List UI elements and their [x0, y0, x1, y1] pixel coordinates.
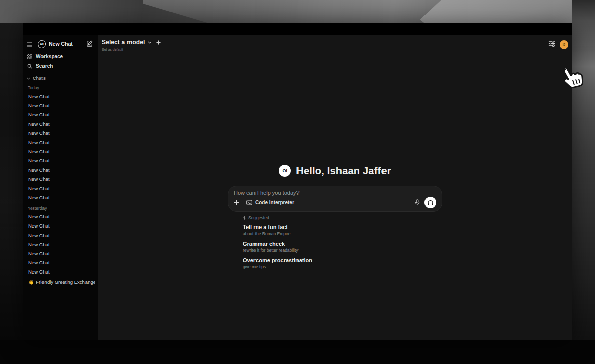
voice-call-button[interactable] [424, 197, 436, 208]
message-input[interactable]: How can I help you today? Code Interpret… [228, 186, 442, 212]
suggested-label: Suggested [248, 215, 269, 220]
window-titlebar [23, 23, 572, 35]
backdrop-bottom-strip [0, 340, 595, 364]
suggested-prompt-title: Tell me a fun fact [243, 224, 442, 230]
wave-emoji-icon: 👋 [28, 280, 34, 285]
search-label: Search [36, 63, 53, 69]
sidebar-chat-item[interactable]: New Chat [27, 249, 95, 258]
greeting-row: OI Hello, Ishaan Jaffer [228, 165, 442, 177]
sidebar-chat-item-named[interactable]: 👋Friendly Greeting Exchange [27, 278, 95, 287]
greeting-text: Hello, Ishaan Jaffer [296, 165, 391, 177]
sidebar-chat-item[interactable]: New Chat [27, 193, 95, 202]
suggested-prompt[interactable]: Grammar checkrewrite it for better reada… [243, 241, 442, 253]
sidebar-toggle-icon[interactable] [27, 39, 32, 49]
sidebar-chat-item[interactable]: New Chat [27, 221, 95, 231]
code-interpreter-toggle[interactable]: Code Interpreter [246, 200, 294, 205]
bolt-icon [243, 216, 246, 220]
sidebar-chat-item[interactable]: New Chat [27, 212, 95, 221]
suggested-prompt-title: Overcome procrastination [243, 257, 442, 263]
sidebar-chat-item[interactable]: New Chat [27, 129, 95, 138]
sidebar-chat-item[interactable]: New Chat [27, 267, 95, 277]
sidebar-chat-item[interactable]: New Chat [27, 101, 95, 110]
workspace-grid-icon [27, 54, 32, 59]
search-icon [27, 64, 32, 69]
message-input-placeholder: How can I help you today? [234, 190, 436, 196]
model-selector-label: Select a model [102, 39, 145, 46]
suggested-section: Suggested Tell me a fun factabout the Ro… [228, 215, 442, 269]
chats-section-toggle[interactable]: Chats [27, 75, 95, 82]
add-model-icon[interactable] [156, 40, 161, 45]
sidebar-item-workspace[interactable]: Workspace [27, 52, 95, 61]
desktop-background: OI New Chat Workspace Search Chats [0, 0, 595, 364]
sidebar-chat-item[interactable]: New Chat [27, 258, 95, 267]
new-chat-compose-icon[interactable] [87, 39, 93, 49]
settings-sliders-icon[interactable] [548, 40, 555, 49]
model-selector[interactable]: Select a model [102, 39, 161, 46]
user-avatar[interactable]: IJ [560, 40, 568, 49]
suggested-prompt-subtitle: give me tips [243, 264, 442, 269]
backdrop-right-strip [572, 0, 595, 349]
sidebar-chat-item[interactable]: New Chat [27, 147, 95, 156]
workspace-label: Workspace [36, 54, 63, 59]
suggested-prompt[interactable]: Overcome procrastinationgive me tips [243, 257, 442, 269]
suggested-prompt[interactable]: Tell me a fun factabout the Roman Empire [243, 224, 442, 236]
headphones-icon [427, 200, 434, 206]
sidebar-chat-item[interactable]: New Chat [27, 166, 95, 175]
set-default-link[interactable]: Set as default [102, 48, 161, 51]
sidebar-chat-item[interactable]: New Chat [27, 156, 95, 165]
attach-plus-icon[interactable] [234, 200, 239, 205]
code-interpreter-label: Code Interpreter [255, 200, 294, 205]
microphone-icon[interactable] [415, 199, 420, 206]
sidebar-chat-item[interactable]: New Chat [27, 138, 95, 147]
chevron-down-icon [148, 41, 152, 44]
sidebar-chat-item[interactable]: New Chat [27, 175, 95, 184]
chat-group-label: Yesterday [28, 206, 95, 211]
app-logo: OI [38, 40, 46, 48]
terminal-icon [246, 200, 252, 205]
sidebar-chat-item[interactable]: New Chat [27, 231, 95, 240]
sidebar-chat-item[interactable]: New Chat [27, 110, 95, 119]
suggested-prompt-subtitle: rewrite it for better readability [243, 248, 442, 253]
sidebar: OI New Chat Workspace Search Chats [23, 35, 98, 340]
named-chat-label: Friendly Greeting Exchange [36, 279, 95, 285]
chevron-down-icon [27, 77, 30, 80]
sidebar-app-title: New Chat [49, 41, 87, 47]
sidebar-item-search[interactable]: Search [27, 61, 95, 71]
sidebar-chat-item[interactable]: New Chat [27, 120, 95, 129]
chat-history-list: TodayNew ChatNew ChatNew ChatNew ChatNew… [27, 85, 95, 277]
suggested-prompt-subtitle: about the Roman Empire [243, 231, 442, 236]
chat-group-label: Today [28, 85, 95, 90]
sidebar-chat-item[interactable]: New Chat [27, 92, 95, 101]
backdrop-left-strip [0, 23, 23, 349]
suggested-prompt-title: Grammar check [243, 241, 442, 247]
chats-section-label: Chats [33, 76, 46, 81]
main-panel: Select a model Set as default IJ [98, 35, 572, 340]
sidebar-chat-item[interactable]: New Chat [27, 184, 95, 193]
app-window: OI New Chat Workspace Search Chats [23, 23, 572, 340]
app-logo: OI [279, 165, 291, 177]
sidebar-chat-item[interactable]: New Chat [27, 240, 95, 249]
